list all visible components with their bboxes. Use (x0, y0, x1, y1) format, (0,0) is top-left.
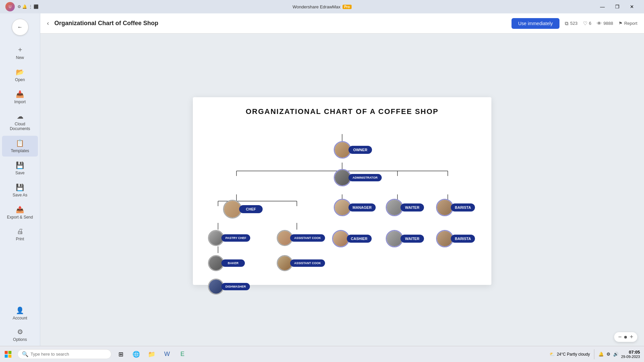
svg-rect-19 (5, 355, 8, 358)
options-icon: ⚙ (17, 328, 23, 336)
eye-icon: 👁 (597, 20, 602, 26)
likes-stat: ♡ 6 (583, 20, 591, 26)
restore-button[interactable]: ❐ (610, 2, 624, 12)
word-icon[interactable]: W (160, 348, 174, 361)
tray-divider (594, 349, 594, 359)
chef-label: CHEF (239, 205, 263, 213)
windows-logo-icon (5, 351, 11, 358)
weather-text: 24°C Partly cloudy (557, 352, 590, 357)
waiter1-label: WAITER (400, 203, 424, 212)
edrawmax-icon[interactable]: E (176, 348, 189, 361)
export-icon: 📤 (16, 205, 24, 214)
sidebar-item-templates[interactable]: 📋 Templates (2, 136, 38, 157)
sidebar-item-cloud[interactable]: ☁ Cloud Documents (2, 109, 38, 134)
barista1-label: BARISTA (451, 203, 475, 212)
taskbar: 🔍 ⊞ 🌐 📁 W E ⛅ 24°C Partly cloudy 🔔 ⚙ 🔊 0… (0, 346, 644, 362)
diagram-canvas: ORGANIZATIONAL CHART OF A COFFEE SHOP (193, 97, 491, 285)
waiter2-label: WAITER (400, 235, 424, 243)
taskbar-clock: 07:05 29-09-2023 (621, 350, 640, 359)
sidebar-label-new: New (16, 55, 24, 60)
manager-label: MANAGER (348, 203, 376, 212)
sidebar-label-saveas: Save As (12, 193, 27, 197)
pro-badge: Pro (342, 5, 352, 9)
browser-icon[interactable]: 🌐 (129, 348, 143, 361)
views-stat: 👁 9888 (597, 20, 613, 26)
node-dishwasher: DISHWASHER (208, 279, 250, 295)
system-tray: ⛅ 24°C Partly cloudy (549, 352, 590, 357)
sidebar-item-saveas[interactable]: 💾 Save As (2, 180, 38, 201)
sidebar-item-import[interactable]: 📥 Import (2, 87, 38, 108)
node-owner: OWNER (334, 141, 372, 159)
node-barista1: BARISTA (436, 199, 475, 216)
zoom-in-button[interactable]: + (630, 334, 633, 341)
minimize-button[interactable]: — (596, 2, 609, 12)
title-bar-controls: — ❐ ✕ (596, 2, 639, 12)
sidebar-label-open: Open (15, 77, 25, 82)
diagram-area: ORGANIZATIONAL CHART OF A COFFEE SHOP (40, 34, 644, 349)
sidebar-label-account: Account (13, 316, 27, 320)
sidebar-label-export: Export & Send (7, 215, 33, 220)
svg-rect-17 (5, 351, 8, 354)
node-barista2: BARISTA (436, 230, 475, 247)
templates-icon: 📋 (16, 139, 24, 147)
back-button[interactable]: ← (12, 19, 29, 36)
node-admin: ADMINISTRATOR (334, 169, 382, 186)
print-icon: 🖨 (17, 228, 23, 235)
sidebar-item-options[interactable]: ⚙ Options (2, 324, 38, 345)
taskbar-search[interactable]: 🔍 (17, 349, 111, 359)
template-title: Organizational Chart of Coffee Shop (54, 20, 506, 27)
sidebar-label-templates: Templates (11, 148, 29, 153)
app-window: U ⚙ 🔔 ⋮ ⬛ Wondershare EdrawMax Pro — ❐ ✕… (0, 0, 644, 349)
volume-icon: 🔊 (613, 352, 619, 357)
search-input[interactable] (31, 352, 98, 357)
node-waiter1: WAITER (386, 199, 424, 216)
node-chef: CHEF (223, 200, 263, 219)
saveas-icon: 💾 (16, 183, 24, 191)
search-icon: 🔍 (22, 351, 29, 357)
asst-cook1-label: ASSISTANT COOK (290, 234, 325, 242)
cloud-icon: ☁ (17, 112, 23, 120)
sidebar-label-import: Import (14, 100, 25, 104)
sidebar-item-account[interactable]: 👤 Account (2, 303, 38, 324)
zoom-controls: − + (614, 332, 637, 342)
settings-tray-icon: ⚙ (606, 352, 610, 357)
barista2-label: BARISTA (451, 235, 475, 243)
use-immediately-button[interactable]: Use immediately (512, 18, 559, 29)
node-pastry: PASTRY CHEF (208, 230, 250, 246)
template-header: ‹ Organizational Chart of Coffee Shop Us… (40, 13, 644, 34)
new-icon: ＋ (17, 45, 23, 54)
svg-rect-18 (8, 351, 11, 354)
notification-icon: 🔔 (598, 352, 604, 357)
weather-icon: ⛅ (549, 352, 555, 357)
report-icon: ⚑ (619, 21, 623, 26)
sidebar-item-new[interactable]: ＋ New (2, 42, 38, 63)
account-icon: 👤 (16, 306, 24, 314)
sidebar-label-cloud: Cloud Documents (5, 122, 35, 131)
back-chevron-icon[interactable]: ‹ (47, 20, 49, 27)
taskbar-right: ⛅ 24°C Partly cloudy 🔔 ⚙ 🔊 07:05 29-09-2… (549, 349, 644, 359)
sidebar-item-save[interactable]: 💾 Save (2, 158, 38, 179)
cashier-label: CASHIER (347, 235, 372, 243)
svg-rect-20 (8, 355, 11, 358)
report-button[interactable]: ⚑ Report (619, 21, 637, 26)
user-avatar: U (5, 2, 15, 11)
clock-date: 29-09-2023 (621, 355, 640, 359)
task-view-icon[interactable]: ⊞ (114, 348, 127, 361)
title-bar-title: Wondershare EdrawMax Pro (292, 4, 352, 9)
zoom-out-button[interactable]: − (618, 334, 622, 341)
close-button[interactable]: ✕ (625, 2, 639, 12)
sidebar-item-export[interactable]: 📤 Export & Send (2, 202, 38, 223)
file-explorer-icon[interactable]: 📁 (145, 348, 158, 361)
dishwasher-label: DISHWASHER (221, 283, 250, 290)
node-cashier: CASHIER (332, 230, 372, 247)
import-icon: 📥 (16, 90, 24, 98)
sidebar-label-save: Save (15, 171, 24, 175)
diagram-title: ORGANIZATIONAL CHART OF A COFFEE SHOP (203, 107, 481, 116)
sidebar-item-print[interactable]: 🖨 Print (2, 224, 38, 245)
start-button[interactable] (0, 346, 16, 362)
copies-stat: ⧉ 523 (565, 20, 578, 26)
views-count: 9888 (603, 21, 613, 26)
report-label: Report (624, 21, 637, 26)
sidebar-bottom: 👤 Account ⚙ Options (0, 302, 40, 346)
sidebar-item-open[interactable]: 📂 Open (2, 65, 38, 85)
